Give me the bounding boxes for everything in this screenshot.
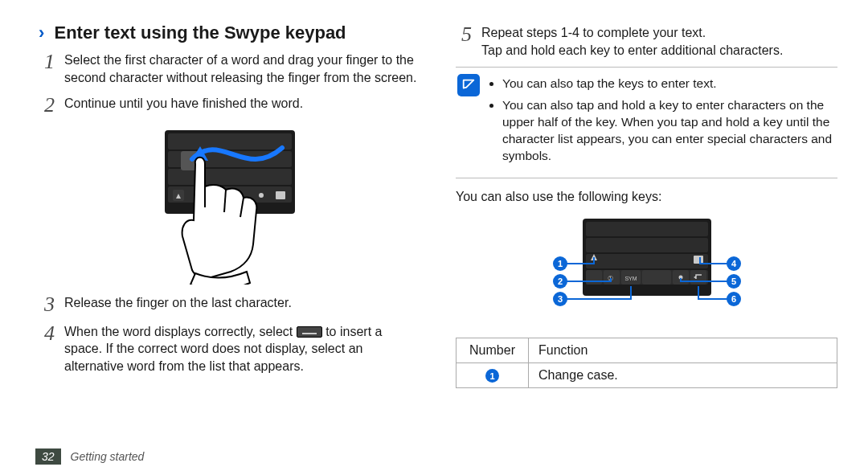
svg-rect-13 [586, 222, 708, 236]
step-number: 3 [39, 294, 55, 315]
keyboard-callouts-illustration: ① SYM [541, 214, 753, 326]
step-number: 4 [39, 323, 55, 375]
chevron-right-icon: › [39, 23, 44, 43]
following-keys-intro: You can also use the following keys: [456, 190, 837, 204]
svg-text:SYM: SYM [624, 276, 637, 281]
step-1: 1 Select the first character of a word a… [39, 51, 420, 86]
step-number: 5 [456, 24, 472, 59]
table-row: 1 Change case. [457, 362, 837, 388]
step5-line1: Repeat steps 1-4 to complete your text. [481, 26, 706, 39]
svg-text:3: 3 [557, 294, 562, 304]
step-2: 2 Continue until you have finished the w… [39, 95, 420, 116]
svg-rect-1 [168, 133, 292, 149]
step-5: 5 Repeat steps 1-4 to complete your text… [456, 24, 837, 59]
step-text: Continue until you have finished the wor… [64, 95, 303, 116]
page-footer: 32 Getting started [35, 448, 144, 465]
step-text: When the word displays correctly, select… [64, 323, 420, 375]
section-headline: › Enter text using the Swype keypad [39, 23, 420, 43]
table-cell-function: Change case. [529, 362, 837, 388]
left-column: › Enter text using the Swype keypad 1 Se… [39, 19, 420, 437]
svg-rect-20 [642, 270, 671, 285]
note-bullet-2: You can also tap and hold a key to enter… [502, 97, 836, 165]
section-name: Getting started [71, 450, 145, 463]
swype-gesture-illustration [157, 124, 303, 285]
table-header-function: Function [529, 338, 837, 362]
page-number: 32 [35, 448, 61, 465]
step-4: 4 When the word displays correctly, sele… [39, 323, 420, 375]
step-text: Release the finger on the last character… [64, 294, 292, 315]
step4-part1: When the word displays correctly, select [64, 325, 297, 338]
svg-rect-8 [276, 191, 285, 199]
table-header-number: Number [457, 338, 529, 362]
svg-rect-15 [586, 254, 708, 268]
step5-line2: Tap and hold each key to enter additiona… [481, 43, 783, 57]
number-badge-1-icon: 1 [485, 369, 499, 383]
svg-text:4: 4 [731, 259, 736, 268]
table-header-row: Number Function [457, 338, 837, 362]
svg-text:5: 5 [731, 276, 735, 286]
svg-rect-23 [694, 256, 703, 264]
note-box: You can also tap the keys to enter text.… [456, 67, 837, 178]
note-icon [457, 74, 480, 96]
step-number: 2 [39, 95, 55, 116]
headline-text: Enter text using the Swype keypad [54, 23, 346, 43]
svg-rect-17 [586, 270, 602, 285]
function-table: Number Function 1 Change case. [456, 338, 837, 389]
svg-text:6: 6 [731, 294, 735, 304]
two-column-layout: › Enter text using the Swype keypad 1 Se… [39, 19, 837, 437]
table-cell-number: 1 [457, 362, 529, 388]
svg-text:1: 1 [557, 259, 562, 268]
right-column: 5 Repeat steps 1-4 to complete your text… [456, 19, 837, 437]
note-bullet-1: You can also tap the keys to enter text. [502, 76, 836, 92]
svg-rect-22 [690, 270, 706, 285]
note-body: You can also tap the keys to enter text.… [488, 74, 836, 170]
svg-rect-14 [586, 238, 708, 252]
step-number: 1 [39, 51, 55, 86]
step-text: Repeat steps 1-4 to complete your text. … [481, 24, 783, 59]
svg-text:2: 2 [557, 276, 562, 286]
svg-rect-3 [168, 169, 292, 185]
step-text: Select the first character of a word and… [64, 51, 420, 86]
space-key-icon [297, 326, 322, 338]
svg-point-7 [259, 193, 264, 198]
step-3: 3 Release the finger on the last charact… [39, 294, 420, 315]
